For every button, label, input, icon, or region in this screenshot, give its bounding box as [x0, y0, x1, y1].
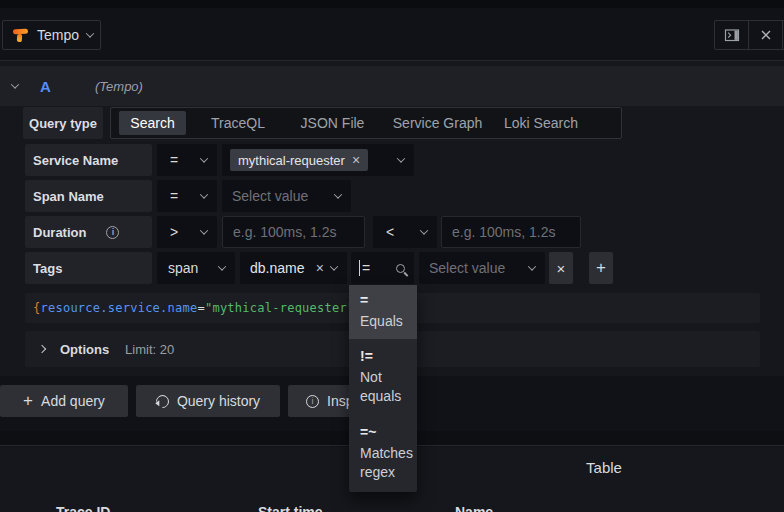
chevron-down-icon: [330, 262, 338, 270]
query-datasource-hint: (Tempo): [95, 79, 143, 94]
placeholder: Select value: [429, 260, 505, 276]
scope-value: span: [168, 260, 198, 276]
tag-scope-select[interactable]: span: [157, 252, 235, 284]
query-ref-id: A: [40, 78, 51, 95]
divider: [782, 21, 783, 49]
placeholder: Select value: [232, 188, 308, 204]
text-cursor: [359, 260, 360, 276]
code-field: resource.service.name: [40, 301, 197, 315]
chevron-down-icon: [397, 154, 405, 162]
query-type-radio-group: Search TraceQL JSON File Service Graph L…: [110, 107, 622, 139]
remove-chip-icon[interactable]: ×: [352, 153, 360, 167]
add-tag-filter-button[interactable]: +: [589, 252, 613, 284]
operator-value: =: [170, 188, 178, 204]
explore-page: Tempo A (Tempo) Query type: [0, 0, 784, 512]
operator-symbol: =~: [360, 424, 376, 440]
toolbar: Tempo: [0, 8, 784, 61]
value-chip[interactable]: mythical-requester ×: [230, 149, 368, 171]
chevron-down-icon: [11, 80, 19, 88]
tag-operator-combobox[interactable]: =: [351, 252, 414, 284]
chevron-down-icon: [420, 226, 428, 234]
operator-symbol: =: [360, 292, 368, 308]
code-value: "mythical-requester": [205, 301, 355, 315]
chevron-down-icon: [218, 262, 226, 270]
close-pane-button[interactable]: [749, 21, 782, 49]
options-summary: Limit: 20: [125, 342, 174, 357]
add-query-button[interactable]: + Add query: [0, 385, 128, 417]
chevron-down-icon: [200, 226, 208, 234]
operator-description: Equals: [360, 312, 412, 331]
tempo-logo-icon: [13, 27, 29, 43]
operator-description: Matches regex: [360, 444, 412, 482]
chevron-down-icon: [200, 154, 208, 162]
plus-icon: +: [23, 391, 33, 411]
tab-json-file[interactable]: JSON File: [301, 108, 364, 138]
tab-search[interactable]: Search: [119, 111, 186, 135]
operator-symbol: !=: [360, 348, 373, 364]
close-icon: [760, 29, 772, 41]
duration-label: Duration: [25, 216, 152, 248]
duration-max-input[interactable]: [441, 216, 581, 248]
chevron-down-icon: [86, 29, 94, 37]
history-icon: [153, 392, 171, 410]
query-type-label: Query type: [23, 107, 103, 139]
tag-name-select[interactable]: db.name ×: [240, 252, 347, 284]
code-equals: =: [197, 301, 204, 315]
column-header-trace-id[interactable]: Trace ID: [56, 504, 110, 512]
tag-value-select[interactable]: Select value: [419, 252, 545, 284]
operator-value: <: [386, 224, 394, 240]
duration-min-operator-select[interactable]: >: [157, 216, 217, 248]
chevron-down-icon: [200, 190, 208, 198]
datasource-name: Tempo: [37, 27, 79, 43]
remove-tag-icon[interactable]: ×: [316, 261, 324, 275]
span-name-value-select[interactable]: Select value: [222, 180, 351, 212]
duration-min-input[interactable]: [222, 216, 365, 248]
chevron-right-icon: [38, 345, 46, 353]
service-name-label: Service Name: [25, 144, 152, 176]
window-controls: [714, 20, 784, 50]
options-label: Options: [60, 342, 109, 357]
span-name-label: Span Name: [25, 180, 152, 212]
duration-max-operator-select[interactable]: <: [373, 216, 437, 248]
button-label: Add query: [41, 393, 105, 409]
tag-value: db.name: [250, 260, 304, 276]
code-open-brace: {: [33, 301, 40, 315]
column-header-name[interactable]: Name: [455, 504, 493, 512]
tab-traceql[interactable]: TraceQL: [211, 108, 265, 138]
tags-label: Tags: [25, 252, 152, 284]
table-panel-title: Table: [586, 459, 622, 476]
operator-value: =: [170, 152, 178, 168]
span-name-operator-select[interactable]: =: [157, 180, 217, 212]
split-pane-icon: [724, 27, 740, 43]
search-icon: [396, 264, 405, 273]
operator-value: >: [170, 224, 178, 240]
label-text: Duration: [33, 225, 86, 240]
operator-dropdown-menu: = Equals != Not equals =~ Matches regex: [349, 285, 417, 492]
chip-label: mythical-requester: [238, 153, 345, 168]
info-icon[interactable]: [106, 226, 119, 239]
split-pane-button[interactable]: [715, 21, 748, 49]
button-label: Query history: [177, 393, 260, 409]
chevron-down-icon: [528, 262, 536, 270]
column-header-start-time[interactable]: Start time: [258, 504, 323, 512]
remove-tag-filter-button[interactable]: ×: [549, 252, 573, 284]
window-top-strip: [0, 0, 784, 8]
query-history-button[interactable]: Query history: [136, 385, 280, 417]
info-icon: [306, 395, 319, 408]
query-row-header[interactable]: A (Tempo): [0, 66, 784, 106]
datasource-picker[interactable]: Tempo: [2, 20, 101, 50]
operator-description: Not equals: [360, 368, 412, 406]
service-name-value-select[interactable]: mythical-requester ×: [222, 144, 414, 176]
tab-loki-search[interactable]: Loki Search: [510, 108, 572, 138]
operator-value: =: [362, 260, 370, 276]
service-name-operator-select[interactable]: =: [157, 144, 217, 176]
tab-service-graph[interactable]: Service Graph: [398, 108, 477, 138]
chevron-down-icon: [334, 190, 342, 198]
